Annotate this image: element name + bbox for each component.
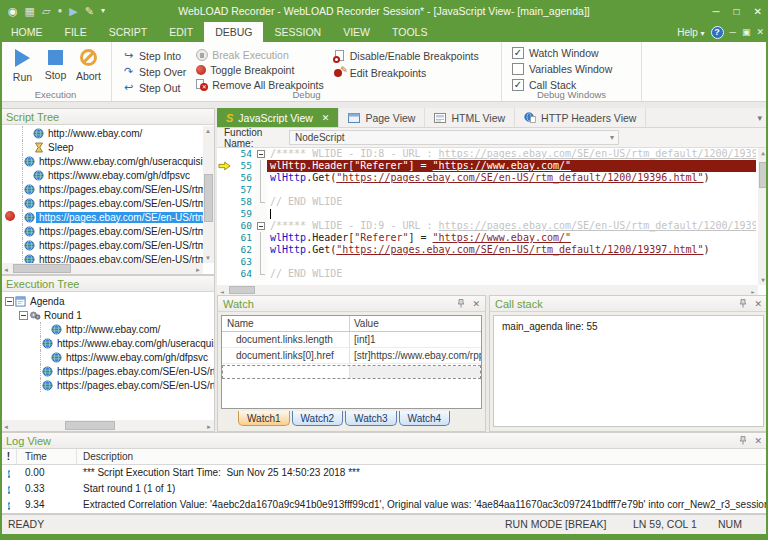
script-tree-item[interactable]: http://www.ebay.com/: [17, 126, 203, 140]
script-tree-vscrollbar[interactable]: ▲ ▼: [203, 126, 214, 263]
child-minimize-button[interactable]: ─: [730, 27, 736, 37]
execution-tree-item[interactable]: https://www.ebay.com/gh/dfpsvc: [5, 350, 214, 364]
script-tree-item[interactable]: https://pages.ebay.com/SE/en-US/rtm_de: [17, 252, 203, 263]
watch2-tab[interactable]: Watch2: [292, 411, 344, 426]
code-line[interactable]: 62wlHttp.Get("https://pages.ebay.com/SE/…: [217, 244, 768, 256]
stop-button[interactable]: Stop: [39, 47, 72, 89]
close-button[interactable]: ✕: [754, 6, 762, 17]
execution-tree-item[interactable]: http://www.ebay.com/: [5, 322, 214, 336]
execution-tree-round[interactable]: Round 1: [5, 308, 214, 322]
tab-script[interactable]: SCRIPT: [98, 22, 159, 42]
script-tree-item[interactable]: https://www.ebay.com/gh/useracquisitio: [17, 154, 203, 168]
record-icon[interactable]: ◉: [8, 6, 18, 17]
script-tree-item[interactable]: https://pages.ebay.com/SE/en-US/rtm_de: [17, 238, 203, 252]
watch1-tab[interactable]: Watch1: [238, 411, 290, 426]
fold-collapse-icon[interactable]: [257, 150, 265, 158]
execution-tree-item[interactable]: https://www.ebay.com/gh/useracquisitio: [5, 336, 214, 350]
maximize-button[interactable]: □: [734, 6, 740, 17]
code-line[interactable]: 54/***** WLIDE - ID:8 - URL : https://pa…: [217, 148, 768, 160]
function-name-select[interactable]: NodeScript ▾: [289, 130, 619, 145]
pin-icon[interactable]: [739, 436, 747, 445]
code-line[interactable]: 61wlHttp.Header["Referer"] = "https://ww…: [217, 232, 768, 244]
record-dot-icon[interactable]: ●: [57, 7, 62, 15]
code-line[interactable]: 59: [217, 208, 768, 220]
watch4-tab[interactable]: Watch4: [399, 411, 451, 426]
toggle-breakpoint-button[interactable]: Toggle Breakpoint: [196, 64, 323, 76]
step-into-button[interactable]: ↪Step Into: [122, 49, 186, 62]
tab-page-view[interactable]: Page View: [339, 108, 425, 127]
code-line[interactable]: 60/***** WLIDE - ID:9 - URL : https://pa…: [217, 220, 768, 232]
log-col-time[interactable]: Time: [17, 449, 77, 464]
tab-tools[interactable]: TOOLS: [381, 22, 438, 42]
tab-debug[interactable]: DEBUG: [204, 22, 263, 42]
log-row[interactable]: i 0.00 *** Script Execution Start Time: …: [1, 465, 767, 481]
code-line-current[interactable]: 55wlHttp.Header["Referer"] = "https://ww…: [217, 160, 768, 172]
collapse-icon[interactable]: [19, 311, 28, 320]
log-col-alert[interactable]: !: [1, 449, 17, 464]
play-icon[interactable]: ▶: [69, 6, 77, 17]
call-stack-entry[interactable]: main_agenda line: 55: [493, 315, 764, 427]
execution-tree-root[interactable]: Agenda: [5, 294, 214, 308]
code-editor[interactable]: 54/***** WLIDE - ID:8 - URL : https://pa…: [217, 148, 768, 295]
log-row[interactable]: i 9.34 Extracted Correlation Value: '4ae…: [1, 497, 767, 513]
step-over-button[interactable]: ↷Step Over: [122, 65, 186, 78]
disable-enable-breakpoints-button[interactable]: Disable/Enable Breakpoints: [334, 49, 479, 63]
script-tree-item-selected[interactable]: https://pages.ebay.com/SE/en-US/rtm_de: [17, 210, 203, 224]
script-tree-item[interactable]: https://pages.ebay.com/SE/en-US/rtm_de: [17, 224, 203, 238]
watch-col-name[interactable]: Name: [222, 316, 349, 331]
run-button[interactable]: Run: [6, 47, 39, 89]
log-row[interactable]: i 0.33 Start round 1 (1 of 1): [1, 481, 767, 497]
code-line[interactable]: 58// END WLIDE: [217, 196, 768, 208]
watch-window-checkbox[interactable]: ✓Watch Window: [512, 47, 635, 59]
script-tree-hscrollbar[interactable]: ◄ ►: [1, 263, 203, 274]
script-tree-item[interactable]: https://pages.ebay.com/SE/en-US/rtm_de: [17, 196, 203, 210]
execution-tree-hscrollbar[interactable]: ◄ ►: [1, 420, 214, 431]
execution-tree-item[interactable]: https://pages.ebay.com/SE/en-US/rtm_de: [5, 364, 214, 378]
child-restore-button[interactable]: ▣: [742, 27, 751, 37]
code-line[interactable]: 64// END WLIDE: [217, 268, 768, 280]
collapse-icon[interactable]: [5, 297, 14, 306]
script-tree-item[interactable]: https://pages.ebay.com/SE/en-US/rtm_de: [17, 182, 203, 196]
log-col-description[interactable]: Description: [77, 449, 767, 464]
minimize-button[interactable]: ─: [712, 6, 719, 17]
code-line[interactable]: 57: [217, 184, 768, 196]
tab-javascript-view[interactable]: S JavaScript View ✕: [217, 108, 339, 127]
script-tree-item[interactable]: https://www.ebay.com/gh/dfpsvc: [17, 168, 203, 182]
watch-new-row[interactable]: [222, 365, 481, 379]
watch3-tab[interactable]: Watch3: [345, 411, 397, 426]
close-panel-icon[interactable]: ✕: [472, 299, 480, 309]
code-line[interactable]: 63: [217, 256, 768, 268]
variables-window-checkbox[interactable]: Variables Window: [512, 63, 635, 75]
tab-http-headers-view[interactable]: HTTP Headers View: [515, 108, 646, 127]
script-tree-item[interactable]: Sleep: [17, 140, 203, 154]
tab-html-view[interactable]: HTML View: [425, 108, 515, 127]
tab-edit[interactable]: EDIT: [158, 22, 204, 42]
breakpoint-marker[interactable]: [5, 211, 15, 221]
help-icon[interactable]: ?: [711, 26, 724, 39]
save-icon[interactable]: ▦: [25, 6, 35, 17]
execution-tree-item[interactable]: https://pages.ebay.com/SE/en-US/rtm_de: [5, 378, 214, 392]
edit-icon[interactable]: ✎: [85, 6, 94, 17]
child-close-button[interactable]: ✕: [756, 27, 764, 37]
help-menu[interactable]: Help ▾: [677, 27, 704, 38]
close-panel-icon[interactable]: ✕: [754, 436, 762, 446]
tab-home[interactable]: HOME: [0, 22, 54, 42]
watch-col-value[interactable]: Value: [349, 316, 481, 331]
open-icon[interactable]: ▱: [42, 6, 50, 17]
pin-icon[interactable]: [739, 299, 747, 308]
tab-file[interactable]: FILE: [54, 22, 98, 42]
fold-collapse-icon[interactable]: [257, 222, 265, 230]
qat-dropdown-icon[interactable]: ▾: [101, 7, 105, 15]
tab-session[interactable]: SESSION: [263, 22, 332, 42]
quick-access-toolbar: ◉ ▦ ▱ ● ▶ ✎ ▾: [0, 6, 105, 17]
close-tab-icon[interactable]: ✕: [322, 113, 330, 123]
edit-breakpoints-button[interactable]: ✎Edit Breakpoints: [334, 66, 479, 80]
code-hscrollbar[interactable]: ◄ ►: [217, 285, 758, 295]
watch-row[interactable]: document.links.length [int]1: [222, 332, 481, 348]
code-line[interactable]: 56wlHttp.Get("https://pages.ebay.com/SE/…: [217, 172, 768, 184]
abort-button[interactable]: Abort: [72, 47, 105, 89]
close-panel-icon[interactable]: ✕: [754, 299, 762, 309]
pin-icon[interactable]: [457, 299, 465, 308]
watch-row[interactable]: document.links[0].href [str]https://www.…: [222, 348, 481, 364]
tab-view[interactable]: VIEW: [332, 22, 381, 42]
